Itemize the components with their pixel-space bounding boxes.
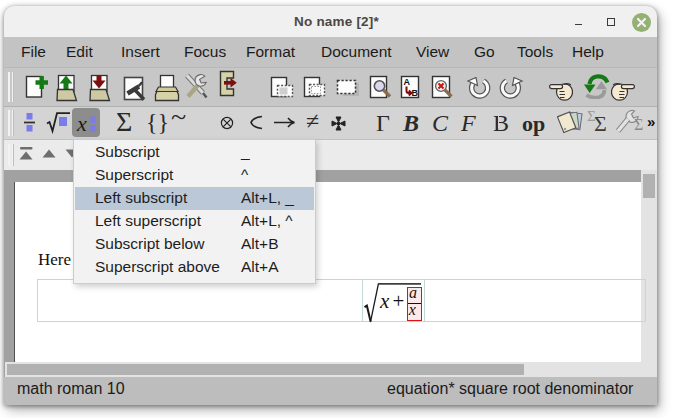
svg-text:A: A xyxy=(404,77,411,87)
svg-text:B: B xyxy=(412,88,419,98)
